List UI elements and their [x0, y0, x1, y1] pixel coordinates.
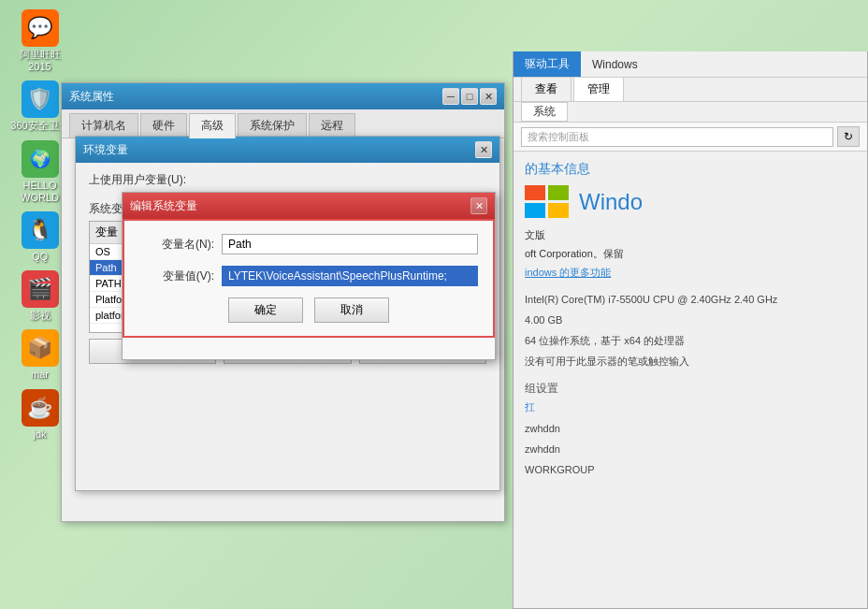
windows-logo-icon: [525, 185, 570, 219]
env-vars-titlebar: 环境变量 ✕: [76, 137, 499, 163]
cp-tab-view[interactable]: 查看: [521, 77, 571, 101]
win-edition: 文版: [525, 226, 856, 245]
tab-advanced[interactable]: 高级: [189, 113, 236, 138]
desktop-icon-movie-label: 影视: [30, 310, 51, 322]
edit-var-content: 变量名(N): 变量值(V): 确定 取消: [123, 219, 495, 338]
pen-info: 没有可用于此显示器的笔或触控输入: [525, 351, 856, 371]
cp-refresh-icon[interactable]: ↻: [837, 126, 860, 147]
sys-props-title: 系统属性: [69, 89, 114, 105]
sys-props-titlebar: 系统属性 ─ □ ✕: [62, 83, 504, 109]
var-name-row: 变量名(N):: [139, 234, 478, 254]
var-value-row: 变量值(V):: [139, 266, 478, 286]
workgroup-label: WORKGROUP: [525, 459, 856, 480]
cp-basic-info-title: 的基本信息: [525, 161, 856, 178]
change-link[interactable]: 扛: [525, 400, 856, 414]
desktop-icon-jdk-label: jdk: [33, 428, 46, 441]
cancel-btn[interactable]: 取消: [314, 297, 389, 323]
edit-var-dialog: 编辑系统变量 ✕ 变量名(N): 变量值(V): 确定 取消: [122, 192, 496, 360]
svg-rect-1: [548, 185, 569, 200]
cp-system-tab[interactable]: 系统: [521, 102, 568, 122]
driver-tool-tab[interactable]: 驱动工具: [514, 51, 581, 77]
edit-var-buttons: 确定 取消: [139, 297, 478, 323]
edit-var-close-btn[interactable]: ✕: [470, 197, 487, 214]
workgroup2: zwhddn: [525, 439, 856, 459]
env-vars-close-btn[interactable]: ✕: [475, 141, 492, 158]
workgroup1: zwhddn: [525, 418, 856, 439]
win-more-func-link[interactable]: indows 的更多功能: [525, 264, 856, 283]
sys-props-minimize-btn[interactable]: ─: [442, 88, 459, 105]
tab-sysprotect[interactable]: 系统保护: [238, 113, 307, 138]
desktop-icon-mar-label: mar: [31, 369, 49, 381]
desktop: 💬 阿里旺旺 2015 🛡️ 360安全卫士 🌍 HELLO WORLD 🐧 Q…: [0, 0, 868, 609]
cp-search-input[interactable]: 搜索控制面板: [521, 127, 833, 147]
cp-tab-manage[interactable]: 管理: [573, 77, 624, 101]
env-vars-title: 环境变量: [83, 142, 128, 158]
cpu-info: Intel(R) Core(TM) i7-5500U CPU @ 2.40GHz…: [525, 289, 856, 310]
control-panel-window: 驱动工具 Windows 查看 管理 系统 搜索控制面板 ↻ 的基本信息: [513, 51, 868, 609]
var-name-label: 变量名(N):: [139, 237, 214, 253]
desktop-icon-aliim[interactable]: 💬 阿里旺旺 2015: [5, 9, 75, 73]
svg-rect-0: [525, 185, 545, 200]
sys-props-titlebar-buttons: ─ □ ✕: [442, 88, 497, 105]
desktop-icon-aliim-label: 阿里旺旺 2015: [20, 49, 61, 73]
windows-logo-text: Windo: [579, 189, 643, 215]
windows-label: Windows: [581, 51, 649, 77]
group-settings-title: 组设置: [525, 381, 856, 397]
win-copyright: oft Corporation。保留: [525, 245, 856, 264]
var-name-input[interactable]: [222, 234, 478, 254]
user-vars-header: 上使用用户变量(U):: [89, 172, 486, 188]
edit-var-title: 编辑系统变量: [130, 198, 197, 214]
var-value-input[interactable]: [222, 266, 478, 286]
os-arch: 64 位操作系统，基于 x64 的处理器: [525, 330, 856, 351]
var-value-label: 变量值(V):: [139, 268, 214, 284]
tab-hardware[interactable]: 硬件: [140, 113, 187, 138]
sys-props-close-btn[interactable]: ✕: [480, 88, 497, 105]
desktop-icon-qq-label: QQ: [32, 251, 48, 263]
tab-remote[interactable]: 远程: [309, 113, 355, 138]
confirm-btn[interactable]: 确定: [228, 297, 303, 323]
desktop-icon-helloworld-label: HELLO WORLD: [21, 180, 59, 204]
sys-props-tabs: 计算机名 硬件 高级 系统保护 远程: [62, 109, 504, 138]
tab-computername[interactable]: 计算机名: [69, 113, 138, 138]
svg-rect-3: [548, 203, 569, 218]
svg-rect-2: [525, 203, 545, 218]
ram-info: 4.00 GB: [525, 310, 856, 330]
sys-props-maximize-btn[interactable]: □: [461, 88, 478, 105]
edit-var-titlebar: 编辑系统变量 ✕: [123, 193, 495, 219]
